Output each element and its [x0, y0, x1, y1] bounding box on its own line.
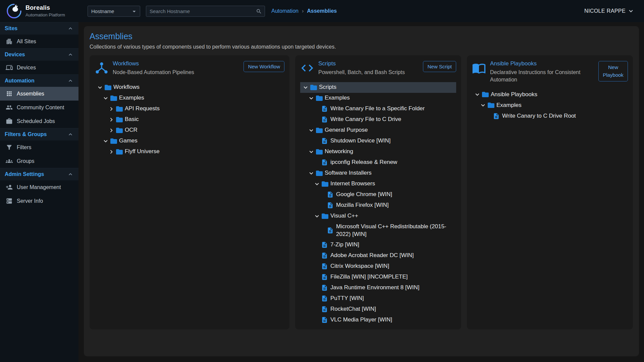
chevron-down-icon[interactable] — [313, 180, 321, 188]
people-icon — [6, 104, 13, 111]
chevron-down-icon[interactable] — [307, 148, 315, 156]
tree-file-row[interactable]: VLC Media Player [WIN] — [300, 314, 456, 325]
file-icon — [321, 284, 330, 291]
tree-file-row[interactable]: PuTTY [WIN] — [300, 293, 456, 304]
sidebar-item-assemblies[interactable]: Assemblies — [0, 87, 78, 101]
tree-folder-row[interactable]: Networking — [300, 146, 456, 157]
chevron-down-icon[interactable] — [96, 83, 104, 92]
tree-folder-row[interactable]: Workflows — [95, 82, 284, 93]
folder-icon — [115, 148, 125, 156]
playbooks-card-header: Ansible Playbooks Declarative Instructio… — [472, 60, 628, 83]
sidebar-item-community-content[interactable]: Community Content — [0, 101, 78, 114]
tree-node-label: Software Installers — [325, 168, 372, 178]
chevron-down-icon[interactable] — [302, 83, 310, 92]
tree-file-row[interactable]: Citrix Workspace [WIN] — [300, 261, 456, 272]
chevron-spacer — [313, 316, 321, 324]
chevron-spacer — [485, 112, 493, 120]
chevron-up-icon — [67, 131, 74, 138]
breadcrumb-automation[interactable]: Automation — [271, 8, 299, 14]
folder-icon — [110, 137, 119, 145]
chevron-down-icon[interactable] — [479, 101, 487, 109]
tree-folder-row[interactable]: Software Installers — [300, 168, 456, 179]
search-hostname-box[interactable] — [146, 6, 265, 17]
sidebar-item-groups[interactable]: Groups — [0, 154, 78, 168]
chevron-spacer — [313, 273, 321, 281]
new-playbook-button[interactable]: New Playbook — [598, 61, 628, 81]
tree-node-label: FileZilla [WIN] [INCOMPLETE] — [330, 272, 408, 282]
tree-file-row[interactable]: ipconfig Release & Renew — [300, 157, 456, 168]
tree-file-row[interactable]: Google Chrome [WIN] — [300, 189, 456, 200]
sidebar-item-user-management[interactable]: User Management — [0, 180, 78, 194]
tree-node-label: API Requests — [125, 104, 160, 114]
tree-folder-row[interactable]: General Purpose — [300, 125, 456, 136]
tree-file-row[interactable]: RocketChat [WIN] — [300, 304, 456, 314]
tree-folder-row[interactable]: API Requests — [95, 104, 284, 114]
tree-folder-row[interactable]: Scripts — [300, 82, 456, 93]
sidebar-item-all-sites[interactable]: All Sites — [0, 35, 78, 48]
tree-folder-row[interactable]: Games — [95, 136, 284, 146]
tree-file-row[interactable]: Shutdown Device [WIN] — [300, 136, 456, 146]
tree-folder-row[interactable]: Examples — [95, 93, 284, 104]
sidebar-section-label: Automation — [5, 78, 35, 84]
chevron-right-icon[interactable] — [107, 148, 115, 156]
tree-file-row[interactable]: Write Canary File to a Specific Folder — [300, 104, 456, 114]
new-script-button[interactable]: New Script — [423, 61, 456, 72]
hostname-dropdown[interactable]: Hostname — [88, 6, 140, 17]
chevron-down-icon[interactable] — [473, 90, 481, 99]
sidebar-item-devices[interactable]: Devices — [0, 61, 78, 74]
folder-icon — [115, 105, 125, 113]
tree-folder-row[interactable]: Examples — [300, 93, 456, 104]
sidebar-section-automation[interactable]: Automation — [0, 74, 78, 87]
sidebar-section-filters-groups[interactable]: Filters & Groups — [0, 128, 78, 140]
chevron-right-icon[interactable] — [107, 116, 115, 124]
chevron-down-icon[interactable] — [102, 94, 110, 102]
chevron-down-icon[interactable] — [307, 94, 315, 102]
tree-file-row[interactable]: Adobe Acrobat Reader DC [WIN] — [300, 250, 456, 261]
new-workflow-button[interactable]: New Workflow — [244, 61, 284, 72]
tree-folder-row[interactable]: Visual C++ — [300, 211, 456, 222]
breadcrumb-assemblies[interactable]: Assemblies — [307, 8, 337, 14]
tree-file-row[interactable]: FileZilla [WIN] [INCOMPLETE] — [300, 272, 456, 282]
sidebar-item-scheduled-jobs[interactable]: Scheduled Jobs — [0, 114, 78, 128]
sidebar-item-server-info[interactable]: Server Info — [0, 194, 78, 208]
tree-folder-row[interactable]: Basic — [95, 114, 284, 125]
search-input[interactable] — [146, 8, 256, 14]
file-icon — [321, 252, 330, 259]
assemblies-panel: Assemblies Collections of various types … — [84, 26, 639, 356]
sidebar-section-sites[interactable]: Sites — [0, 22, 78, 35]
tree-file-row[interactable]: Java Runtime Environment 8 [WIN] — [300, 282, 456, 293]
folder-icon — [315, 148, 325, 156]
card-title: Scripts — [318, 60, 419, 67]
tree-folder-row[interactable]: Internet Browsers — [300, 179, 456, 189]
brand-subtitle: Automation Platform — [25, 12, 65, 17]
tree-folder-row[interactable]: Flyff Universe — [95, 146, 284, 157]
sidebar-section-devices[interactable]: Devices — [0, 48, 78, 61]
tree-node-label: Microsoft Visual C++ Redistributable (20… — [336, 222, 454, 240]
tree-folder-row[interactable]: Examples — [472, 100, 628, 111]
chevron-spacer — [313, 251, 321, 259]
tree-file-row[interactable]: 7-Zip [WIN] — [300, 239, 456, 250]
cards-row: Workflows Node-Based Automation Pipeline… — [90, 55, 633, 329]
sidebar-item-label: Groups — [17, 158, 34, 164]
tree-file-row[interactable]: Write Canary to C Drive Root — [472, 111, 628, 121]
tree-folder-row[interactable]: Ansible Playbooks — [472, 89, 628, 100]
breadcrumb-separator: › — [302, 8, 304, 14]
folder-icon — [315, 94, 325, 102]
user-menu[interactable]: NICOLE RAPPE — [584, 0, 635, 22]
tree-file-row[interactable]: Microsoft Visual C++ Redistributable (20… — [300, 222, 456, 240]
chevron-right-icon[interactable] — [107, 105, 115, 113]
chevron-down-icon[interactable] — [307, 169, 315, 177]
chevron-down-icon[interactable] — [307, 126, 315, 134]
folder-icon — [115, 126, 125, 134]
tree-file-row[interactable]: Mozilla Firefox [WIN] — [300, 200, 456, 211]
sidebar-section-admin-settings[interactable]: Admin Settings — [0, 168, 78, 180]
tree-file-row[interactable]: Write Canary File to C Drive — [300, 114, 456, 125]
sidebar-item-filters[interactable]: Filters — [0, 140, 78, 154]
sidebar-section-label: Devices — [5, 52, 25, 58]
page-description: Collections of various types of componen… — [90, 44, 633, 50]
chevron-right-icon[interactable] — [107, 126, 115, 134]
tree-folder-row[interactable]: OCR — [95, 125, 284, 136]
chevron-down-icon[interactable] — [102, 137, 110, 145]
sidebar-item-label: Community Content — [17, 105, 64, 111]
chevron-down-icon[interactable] — [313, 212, 321, 220]
